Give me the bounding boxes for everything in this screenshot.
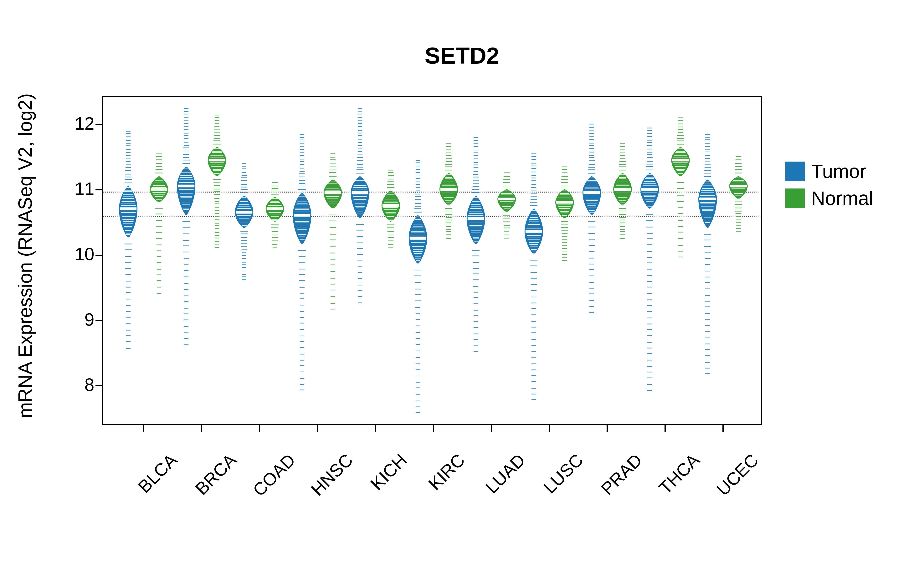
x-tick (317, 424, 318, 432)
category-thca: THCA (638, 97, 692, 424)
category-luad: LUAD (464, 97, 518, 424)
y-tick-label: 9 (63, 309, 94, 329)
plot-area: BLCABRCACOADHNSCKICHKIRCLUADLUSCPRADTHCA… (102, 96, 762, 425)
violin-normal (264, 97, 286, 424)
y-axis-label: mRNA Expression (RNASeq V2, log2) (14, 93, 36, 418)
chart-canvas: SETD2 mRNA Expression (RNASeq V2, log2) … (0, 0, 924, 577)
legend-swatch-tumor (785, 161, 804, 181)
violin-normal (206, 97, 228, 424)
violin-normal (728, 97, 749, 424)
violin-tumor (581, 97, 603, 424)
legend-label-tumor: Tumor (811, 160, 866, 182)
category-brca: BRCA (174, 97, 228, 424)
x-tick-label: THCA (655, 450, 703, 498)
violin-normal (380, 97, 401, 424)
violin-normal (670, 97, 691, 424)
y-tick (95, 124, 103, 125)
violin-normal (612, 97, 633, 424)
violin-tumor (407, 97, 428, 424)
y-tick-label: 12 (63, 113, 94, 134)
chart-title: SETD2 (0, 42, 924, 69)
x-tick-label: COAD (249, 450, 299, 500)
category-prad: PRAD (580, 97, 634, 424)
violin-normal (496, 97, 517, 424)
violin-normal (322, 97, 343, 424)
violin-normal (554, 97, 575, 424)
x-tick-label: KIRC (425, 450, 469, 494)
violin-tumor (234, 97, 255, 424)
violin-tumor (465, 97, 486, 424)
violin-normal (149, 97, 170, 424)
x-tick-label: PRAD (597, 450, 646, 499)
category-ucec: UCEC (696, 97, 750, 424)
legend-label-normal: Normal (811, 187, 873, 209)
violin-tumor (291, 97, 313, 424)
x-tick-label: LUAD (481, 450, 529, 498)
violin-tumor (349, 97, 371, 424)
category-hnsc: HNSC (291, 97, 344, 424)
y-tick (95, 255, 103, 256)
legend-item-normal: Normal (785, 185, 873, 211)
x-tick (722, 424, 724, 432)
y-tick (95, 320, 103, 321)
category-lusc: LUSC (522, 97, 576, 424)
violin-normal (438, 97, 459, 424)
category-coad: COAD (233, 97, 286, 424)
x-tick (664, 424, 666, 432)
x-tick (607, 424, 608, 432)
x-tick (433, 424, 434, 432)
y-tick (95, 385, 103, 387)
violin-tumor (639, 97, 660, 424)
legend: Tumor Normal (785, 158, 873, 211)
violin-tumor (118, 97, 139, 424)
x-tick (143, 424, 144, 432)
legend-item-tumor: Tumor (785, 158, 873, 185)
y-tick-label: 11 (63, 179, 94, 199)
violin-tumor (697, 97, 718, 424)
x-tick (201, 424, 202, 432)
violin-tumor (523, 97, 544, 424)
y-tick-label: 8 (63, 375, 94, 395)
violin-tumor (176, 97, 197, 424)
x-tick (491, 424, 492, 432)
category-kich: KICH (349, 97, 402, 424)
x-tick (259, 424, 260, 432)
y-tick-label: 10 (63, 244, 94, 264)
x-tick-label: BLCA (134, 450, 181, 497)
x-tick-label: BRCA (191, 450, 241, 499)
x-tick-label: KICH (367, 450, 411, 494)
category-kirc: KIRC (406, 97, 460, 424)
x-tick (549, 424, 550, 432)
legend-swatch-normal (785, 189, 804, 208)
x-tick (375, 424, 376, 432)
category-blca: BLCA (117, 97, 171, 424)
x-tick-label: LUSC (540, 450, 587, 498)
y-tick (95, 189, 103, 190)
x-tick-label: UCEC (712, 450, 762, 500)
x-tick-label: HNSC (307, 450, 357, 500)
